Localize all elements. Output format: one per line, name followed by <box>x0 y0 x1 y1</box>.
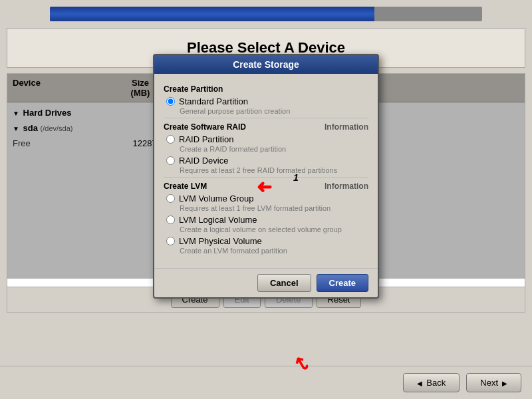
back-arrow-icon <box>417 378 422 388</box>
back-button[interactable]: Back <box>403 373 460 392</box>
desc-standard-partition: General purpose partition creation <box>166 107 368 115</box>
info-label-lvm[interactable]: Information <box>325 182 368 191</box>
modal-create-button[interactable]: Create <box>317 274 368 292</box>
label-lvm-volume-group[interactable]: LVM Volume Group <box>179 194 253 203</box>
radio-option-raid-partition: RAID Partition Create a RAID formated pa… <box>164 134 368 153</box>
modal-cancel-button[interactable]: Cancel <box>257 274 311 292</box>
radio-option-lvm-logical-volume: LVM Logical Volume Create a logical volu… <box>164 215 368 233</box>
label-raid-partition[interactable]: RAID Partition <box>179 134 233 144</box>
modal-body: Create Partition Standard Partition Gene… <box>154 74 378 264</box>
nav-bar: Back Next <box>0 366 532 399</box>
label-standard-partition[interactable]: Standard Partition <box>179 96 248 106</box>
desc-lvm-physical-volume: Create an LVM formated partition <box>166 247 368 255</box>
back-label: Back <box>426 378 446 388</box>
progress-bar-fill <box>50 7 374 21</box>
section-label-create-partition: Create Partition <box>164 84 368 94</box>
next-arrow-icon <box>502 378 507 388</box>
next-button[interactable]: Next <box>466 373 521 392</box>
desc-lvm-volume-group: Requires at least 1 free LVM formated pa… <box>166 204 368 212</box>
desc-raid-device: Requires at least 2 free RAID formated p… <box>166 166 368 174</box>
radio-lvm-volume-group[interactable] <box>166 194 175 203</box>
desc-lvm-logical-volume: Create a logical volume on selected volu… <box>166 225 368 233</box>
radio-raid-device[interactable] <box>166 156 175 165</box>
radio-raid-partition[interactable] <box>166 135 175 144</box>
label-raid-device[interactable]: RAID Device <box>179 156 228 166</box>
radio-lvm-logical-volume[interactable] <box>166 215 175 224</box>
label-lvm-logical-volume[interactable]: LVM Logical Volume <box>179 215 257 225</box>
radio-option-lvm-physical-volume: LVM Physical Volume Create an LVM format… <box>164 236 368 255</box>
radio-option-raid-device: RAID Device Requires at least 2 free RAI… <box>164 156 368 174</box>
radio-lvm-physical-volume[interactable] <box>166 237 175 245</box>
radio-standard-partition[interactable] <box>166 97 175 106</box>
radio-option-lvm-volume-group: LVM Volume Group Requires at least 1 fre… <box>164 194 368 212</box>
modal-footer: Cancel Create <box>154 268 378 297</box>
create-storage-dialog: Create Storage Create Partition Standard… <box>153 54 379 299</box>
desc-raid-partition: Create a RAID formated partition <box>166 145 368 153</box>
modal-title: Create Storage <box>233 59 299 70</box>
label-lvm-physical-volume[interactable]: LVM Physical Volume <box>179 236 262 246</box>
main-content-area: Device Size(MB) MoRA ▼ Hard Drives ▼ sda… <box>7 73 525 313</box>
modal-overlay: Create Storage Create Partition Standard… <box>7 74 525 279</box>
progress-bar <box>50 7 482 21</box>
radio-option-standard-partition: Standard Partition General purpose parti… <box>164 96 368 115</box>
next-label: Next <box>480 378 498 388</box>
modal-title-bar: Create Storage <box>154 55 378 74</box>
info-label-software-raid[interactable]: Information <box>325 122 368 132</box>
